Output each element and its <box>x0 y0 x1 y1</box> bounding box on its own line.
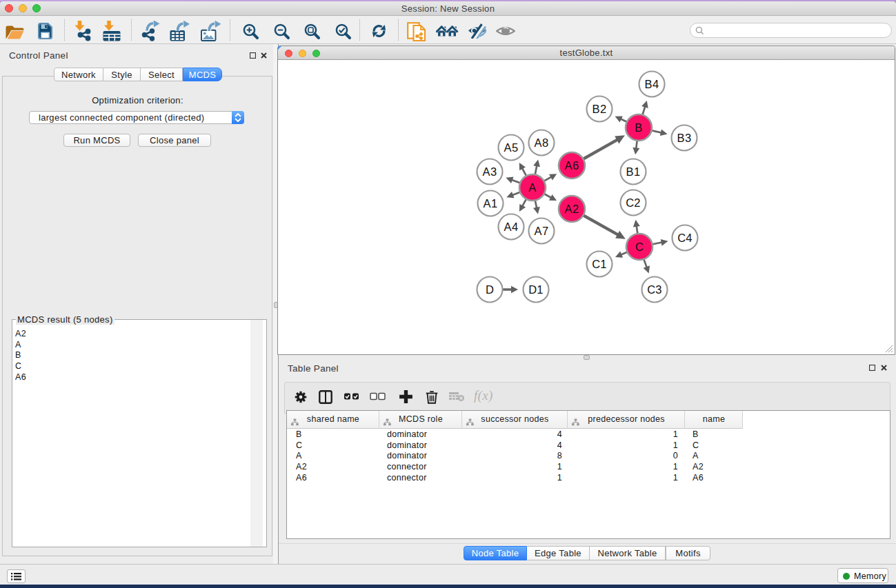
svg-text:C1: C1 <box>592 258 607 270</box>
svg-text:B1: B1 <box>626 165 641 178</box>
svg-text:B3: B3 <box>677 132 692 144</box>
svg-text:A3: A3 <box>483 165 497 178</box>
svg-text:A4: A4 <box>504 221 519 233</box>
svg-text:A1: A1 <box>484 197 498 210</box>
svg-text:C: C <box>635 241 644 253</box>
svg-text:D1: D1 <box>528 283 544 296</box>
svg-text:A8: A8 <box>535 136 549 149</box>
svg-text:B2: B2 <box>593 103 607 115</box>
svg-text:B4: B4 <box>645 78 659 90</box>
svg-text:A: A <box>528 181 536 194</box>
svg-text:A2: A2 <box>565 203 579 215</box>
svg-text:C2: C2 <box>626 196 641 209</box>
svg-text:C4: C4 <box>677 232 693 244</box>
svg-text:A5: A5 <box>504 141 519 154</box>
svg-text:C3: C3 <box>647 283 662 296</box>
svg-text:B: B <box>635 121 642 134</box>
svg-text:D: D <box>486 283 494 296</box>
svg-text:A6: A6 <box>565 159 579 172</box>
svg-text:A7: A7 <box>535 225 549 237</box>
